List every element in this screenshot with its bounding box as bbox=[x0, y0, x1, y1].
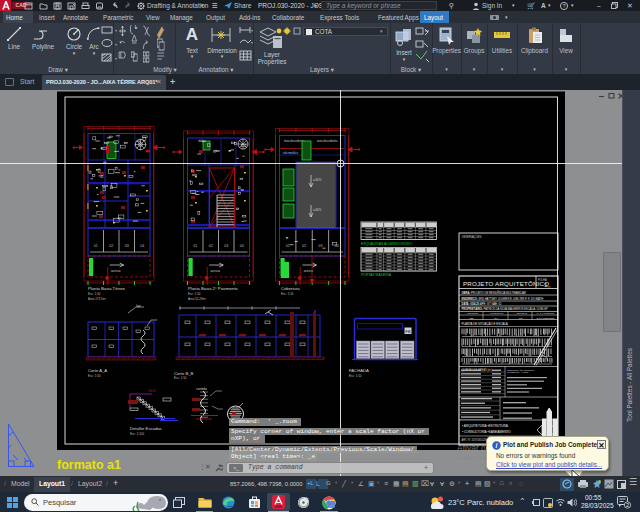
svg-text:corrimão: corrimão bbox=[196, 387, 207, 391]
svg-text:acesso: acesso bbox=[210, 269, 220, 273]
svg-text:02: 02 bbox=[209, 244, 213, 248]
svg-text:01: 01 bbox=[286, 244, 290, 248]
svg-text:RESPONSÁVEL TÉCNICO /: RESPONSÁVEL TÉCNICO / bbox=[507, 369, 535, 371]
svg-text:04: 04 bbox=[140, 244, 144, 248]
svg-text:FB: FB bbox=[405, 329, 411, 334]
svg-text:Área 173.5m²: Área 173.5m² bbox=[88, 297, 106, 301]
svg-text:A. PERMEAB.: A. PERMEAB. bbox=[514, 312, 528, 314]
svg-text:▾: ▾ bbox=[251, 28, 253, 33]
svg-text:18x18: 18x18 bbox=[148, 389, 156, 393]
svg-text:PROJETO ARQUITETÔNICO: PROJETO ARQUITETÔNICO bbox=[463, 280, 549, 287]
svg-text:2: 2 bbox=[626, 502, 629, 508]
svg-text:Detalhe Escadas: Detalhe Escadas bbox=[130, 426, 162, 431]
svg-text:Esc: 1:50: Esc: 1:50 bbox=[188, 292, 201, 296]
svg-text:PORTAS MADEIRA: PORTAS MADEIRA bbox=[361, 273, 392, 277]
svg-text:ESQUADRIAS ALUMÍNIO/VIDRO: ESQUADRIAS ALUMÍNIO/VIDRO bbox=[361, 242, 412, 246]
svg-text:03: 03 bbox=[224, 244, 228, 248]
svg-text:laje: laje bbox=[136, 304, 141, 308]
svg-text:DATA: 03/4-20 APE: GT: DATA: 03/4-20 APE: GT GAB: 01 bbox=[462, 302, 502, 306]
svg-text:Esc: 1:50: Esc: 1:50 bbox=[88, 374, 101, 378]
svg-text:Esc: 1:50: Esc: 1:50 bbox=[349, 374, 362, 378]
svg-text:1,,: 1,, bbox=[544, 282, 551, 288]
svg-text:Cobertura: Cobertura bbox=[281, 286, 300, 291]
svg-text:N° PAVIMENTOS: N° PAVIMENTOS bbox=[537, 312, 555, 314]
svg-text:▾: ▾ bbox=[115, 56, 117, 61]
svg-text:ENDEREÇO: (EN) HATTNEY JOUWER: ENDEREÇO: (EN) HATTNEY JOUWER E JOELTER … bbox=[462, 297, 544, 301]
svg-text:área descoberta: área descoberta bbox=[284, 139, 305, 143]
svg-text:• CONSULTORIA •SANEAMENTO: • CONSULTORIA •SANEAMENTO bbox=[462, 430, 511, 434]
svg-text:03: 03 bbox=[125, 244, 129, 248]
svg-text:03: 03 bbox=[318, 244, 322, 248]
svg-text:GV: GV bbox=[494, 317, 498, 320]
svg-text:Esc: 1:100: Esc: 1:100 bbox=[130, 432, 145, 436]
svg-text:FOLHA: FOLHA bbox=[538, 278, 547, 282]
svg-text:A. TERRENO: A. TERRENO bbox=[465, 312, 479, 314]
svg-text:▾: ▾ bbox=[115, 42, 117, 47]
svg-text:• ARQUITETURA •ESTRUTURA: • ARQUITETURA •ESTRUTURA bbox=[462, 424, 509, 428]
svg-text:i=30%: i=30% bbox=[313, 208, 322, 212]
svg-text:i=30%: i=30% bbox=[313, 178, 322, 182]
svg-text:FACHADA: FACHADA bbox=[349, 368, 369, 373]
svg-text:2 PAVIMENTOS: 2 PAVIMENTOS bbox=[537, 317, 555, 320]
svg-text:01: 01 bbox=[94, 244, 98, 248]
svg-text:i: i bbox=[496, 442, 498, 449]
svg-text:▾: ▾ bbox=[115, 28, 117, 33]
svg-text:04: 04 bbox=[240, 244, 244, 248]
svg-text:Área 51.29m²: Área 51.29m² bbox=[188, 297, 206, 301]
svg-text:Corte A_A: Corte A_A bbox=[88, 368, 107, 373]
svg-text:Esc: 1:50: Esc: 1:50 bbox=[281, 292, 294, 296]
svg-text:A. CONSTRUÍDA: A. CONSTRUÍDA bbox=[487, 312, 505, 314]
svg-text:02: 02 bbox=[302, 244, 306, 248]
svg-text:▾: ▾ bbox=[251, 40, 253, 45]
svg-text:Esc: 1:50: Esc: 1:50 bbox=[174, 376, 187, 380]
svg-text:Esc: 1:50: Esc: 1:50 bbox=[88, 292, 101, 296]
svg-text:125: 125 bbox=[469, 317, 474, 320]
svg-text:PROJETISTA AUTOR: PROJETISTA AUTOR bbox=[507, 371, 529, 373]
svg-text:formato a1: formato a1 bbox=[57, 458, 121, 472]
svg-text:?: ? bbox=[562, 3, 565, 9]
svg-text:rufo metálico: rufo metálico bbox=[283, 151, 298, 155]
svg-text:acesso: acesso bbox=[111, 269, 121, 273]
svg-text:área descoberta: área descoberta bbox=[317, 139, 338, 143]
svg-text:Planta Baixa 2° Pavimento: Planta Baixa 2° Pavimento bbox=[188, 286, 238, 291]
svg-text:01: 01 bbox=[193, 244, 197, 248]
svg-text:PLANTA DE SITUAÇÃO E ESCALA: PLANTA DE SITUAÇÃO E ESCALA bbox=[462, 321, 508, 326]
svg-text:Planta Baixa Térreo: Planta Baixa Térreo bbox=[88, 286, 126, 291]
svg-text:Corte B_B: Corte B_B bbox=[174, 371, 194, 376]
svg-text:02: 02 bbox=[109, 244, 113, 248]
